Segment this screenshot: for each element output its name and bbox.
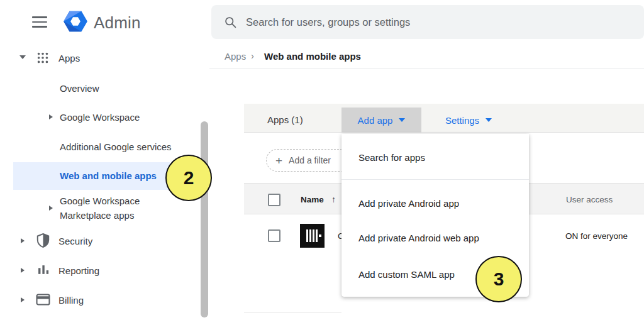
sidebar-item-additional-google-services[interactable]: Additional Google services [60,141,172,152]
chevron-right-icon [21,268,25,273]
breadcrumb-parent[interactable]: Apps [225,51,246,62]
plus-icon: + [275,155,282,167]
chevron-down-icon [19,55,26,59]
menu-item-add-custom-saml-app[interactable]: Add custom SAML app [358,269,455,280]
apps-grid-icon [36,51,50,65]
chevron-right-icon [21,238,25,243]
breadcrumb-divider [209,68,644,69]
chevron-right-icon [21,297,25,302]
select-all-checkbox[interactable] [268,194,280,206]
admin-console-page: Admin Apps Overview Google Workspace Add… [0,0,644,320]
google-admin-logo-icon [62,8,89,35]
column-header-user-access: User access [566,195,613,204]
breadcrumb-current: Web and mobile apps [264,51,361,62]
credit-card-icon [36,294,50,306]
menu-divider [341,179,529,180]
sidebar-item-web-and-mobile-apps[interactable]: Web and mobile apps [13,162,170,190]
add-filter-label: Add a filter [289,155,331,165]
bar-chart-icon [38,264,50,276]
search-input[interactable] [246,16,598,28]
table-row-divider [244,312,341,312]
settings-label: Settings [445,115,479,126]
sidebar-item-overview[interactable]: Overview [60,83,99,94]
sidebar-scrollbar[interactable] [201,121,208,317]
menu-item-add-private-android-web-app[interactable]: Add private Android web app [358,233,479,243]
app-title: Admin [94,13,141,33]
row-checkbox[interactable] [268,229,280,242]
add-app-button[interactable]: Add app [341,108,421,133]
shield-icon [36,233,50,248]
settings-button[interactable]: Settings [437,108,500,133]
sidebar-item-billing[interactable]: Billing [19,292,201,307]
add-app-label: Add app [358,115,393,126]
sidebar-item-apps[interactable]: Apps [14,48,203,69]
sidebar-item-google-workspace[interactable]: Google Workspace [49,112,200,124]
hamburger-menu-icon[interactable] [32,13,47,31]
sidebar-item-security[interactable]: Security [19,233,201,248]
annotation-step-2-badge: 2 [165,155,212,201]
search-bar[interactable] [211,5,644,39]
app-logo-icon [300,224,325,248]
breadcrumb-separator: › [251,50,254,61]
column-header-name[interactable]: Name [301,195,324,204]
chevron-right-icon [49,114,53,119]
chevron-down-icon [486,118,492,122]
menu-item-add-private-android-app[interactable]: Add private Android app [358,198,459,209]
search-icon [224,16,237,29]
menu-item-search-for-apps[interactable]: Search for apps [358,152,425,163]
sidebar-item-reporting[interactable]: Reporting [19,263,201,278]
user-access-value: ON for everyone [565,231,628,241]
chevron-right-icon [49,206,53,211]
chevron-down-icon [399,118,405,122]
annotation-step-3-badge: 3 [475,256,522,302]
sidebar-item-marketplace-apps[interactable]: Google Workspace Marketplace apps [49,196,200,222]
apps-count-label: Apps (1) [267,114,303,125]
sort-ascending-icon[interactable]: ↑ [331,194,336,204]
sidebar-item-label: Apps [58,53,80,63]
